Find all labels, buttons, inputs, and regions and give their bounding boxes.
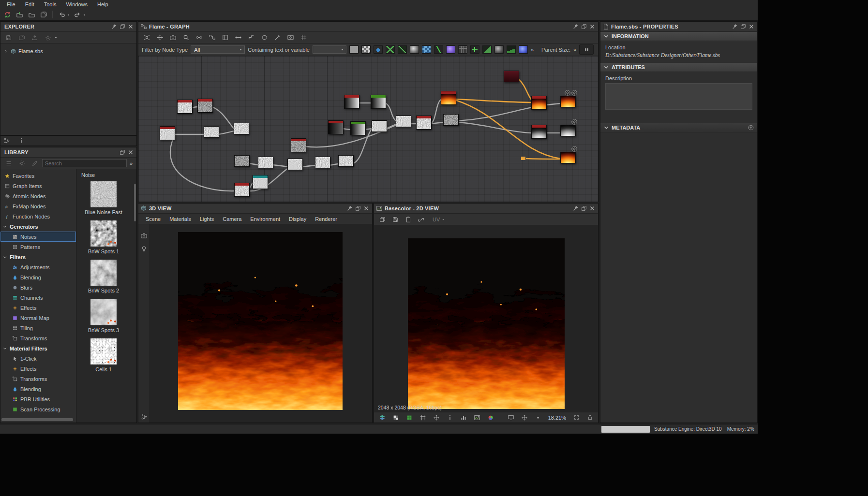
close-icon[interactable] bbox=[588, 205, 596, 212]
view2d-viewport[interactable]: 2048 x 2048 (RGBA, 16bpc) bbox=[374, 225, 598, 412]
graph-node[interactable] bbox=[344, 95, 359, 109]
snap-grid-button[interactable] bbox=[298, 32, 309, 43]
image-button[interactable] bbox=[471, 412, 483, 423]
library-search-input[interactable] bbox=[42, 159, 127, 167]
float-icon[interactable] bbox=[354, 205, 362, 212]
save-all-button[interactable] bbox=[38, 10, 49, 20]
filter-view-button[interactable] bbox=[3, 158, 15, 168]
view3d-menu-environment[interactable]: Environment bbox=[246, 215, 284, 223]
save-copy-button[interactable] bbox=[16, 32, 28, 43]
graph-canvas[interactable] bbox=[138, 56, 598, 202]
containing-text-select[interactable] bbox=[313, 45, 346, 54]
library-category-graph-items[interactable]: Graph Items bbox=[0, 181, 76, 191]
view3d-menu-display[interactable]: Display bbox=[284, 215, 311, 223]
view3d-menu-materials[interactable]: Materials bbox=[165, 215, 195, 223]
close-icon[interactable] bbox=[362, 205, 370, 212]
library-category-transforms[interactable]: Transforms bbox=[0, 333, 76, 343]
lock-button[interactable] bbox=[584, 412, 596, 423]
node-shortcut-sphere-gradient[interactable] bbox=[494, 45, 504, 54]
close-icon[interactable] bbox=[126, 23, 135, 30]
uv-tools-button[interactable] bbox=[431, 412, 442, 423]
scene-tree-icon[interactable] bbox=[141, 413, 148, 420]
graph-node[interactable] bbox=[258, 157, 273, 168]
search-overflow-label[interactable]: » bbox=[128, 160, 134, 166]
library-category-blending[interactable]: Blending bbox=[0, 272, 76, 282]
graph-node[interactable] bbox=[531, 96, 547, 110]
pin-icon[interactable] bbox=[571, 205, 580, 212]
menu-windows[interactable]: Windows bbox=[61, 1, 92, 8]
graph-node[interactable] bbox=[443, 114, 459, 126]
node-shortcut-uniform-color[interactable] bbox=[349, 45, 359, 54]
pin-icon[interactable] bbox=[345, 205, 354, 212]
table-view-button[interactable] bbox=[219, 32, 231, 43]
expand-chevron-icon[interactable] bbox=[3, 49, 8, 54]
edit-button[interactable] bbox=[29, 158, 41, 168]
channels-button[interactable] bbox=[376, 412, 388, 423]
node-shortcut-directional-warp[interactable] bbox=[386, 45, 395, 54]
link-button[interactable] bbox=[416, 214, 427, 224]
node-shortcut-shape[interactable] bbox=[482, 45, 492, 54]
toolbar-caret-icon[interactable] bbox=[53, 32, 59, 43]
open-folder-button[interactable] bbox=[26, 10, 37, 20]
save-button[interactable] bbox=[389, 214, 401, 224]
menu-file[interactable]: File bbox=[2, 1, 20, 8]
library-category-pbr-utilities[interactable]: PBR Utilities bbox=[0, 394, 76, 404]
display-options-button[interactable] bbox=[284, 32, 296, 43]
graph-node[interactable] bbox=[416, 116, 432, 130]
outliner-icon[interactable] bbox=[3, 137, 10, 144]
display-button[interactable] bbox=[505, 412, 517, 423]
close-icon[interactable] bbox=[588, 23, 596, 30]
graph-node[interactable] bbox=[177, 100, 193, 114]
menu-tools[interactable]: Tools bbox=[39, 1, 61, 8]
node-shortcut-normal[interactable] bbox=[446, 45, 455, 54]
elbow-links-button[interactable] bbox=[245, 32, 257, 43]
library-category-filters[interactable]: Filters bbox=[0, 252, 76, 262]
library-item-thumbnail[interactable] bbox=[90, 259, 117, 286]
graph-node[interactable] bbox=[441, 91, 456, 105]
magic-wand-button[interactable] bbox=[271, 32, 283, 43]
float-icon[interactable] bbox=[580, 23, 588, 30]
library-category-noises[interactable]: Noises bbox=[0, 232, 76, 242]
uv-mode-dropdown[interactable]: UV bbox=[433, 217, 445, 222]
float-icon[interactable] bbox=[118, 149, 126, 156]
library-category-1-click[interactable]: 1-Click bbox=[0, 353, 76, 364]
library-category-function-nodes[interactable]: fFunction Nodes bbox=[0, 211, 76, 221]
parent-size-overflow-label[interactable]: » bbox=[573, 47, 576, 53]
add-metadata-icon[interactable] bbox=[747, 124, 755, 131]
graph-node[interactable] bbox=[338, 155, 354, 167]
menu-help[interactable]: Help bbox=[92, 1, 113, 8]
close-icon[interactable] bbox=[747, 23, 755, 30]
histogram-button[interactable] bbox=[458, 412, 469, 423]
node-finder-button[interactable] bbox=[206, 32, 218, 43]
library-category-scan-processing[interactable]: Scan Processing bbox=[0, 404, 76, 414]
open-substance-button[interactable] bbox=[14, 10, 25, 20]
description-input[interactable] bbox=[605, 83, 752, 110]
view3d-menu-camera[interactable]: Camera bbox=[218, 215, 246, 223]
undo-history-caret-icon[interactable] bbox=[66, 10, 71, 20]
library-item[interactable]: Cells 1 bbox=[78, 338, 129, 373]
library-category-patterns[interactable]: Patterns bbox=[0, 242, 76, 252]
library-category-effects[interactable]: Effects bbox=[0, 364, 76, 374]
graph-node[interactable] bbox=[160, 126, 175, 140]
settings-button[interactable] bbox=[42, 32, 54, 43]
node-shortcut-splatter[interactable] bbox=[470, 45, 479, 54]
graph-node[interactable] bbox=[396, 116, 411, 127]
close-icon[interactable] bbox=[126, 149, 135, 156]
background-button[interactable] bbox=[404, 412, 415, 423]
graph-node[interactable] bbox=[328, 120, 344, 134]
graph-node[interactable] bbox=[560, 152, 576, 163]
graph-node[interactable] bbox=[531, 125, 547, 139]
node-shortcut-blur[interactable] bbox=[374, 45, 383, 54]
graph-node[interactable] bbox=[287, 159, 303, 170]
category-scrollbar[interactable] bbox=[1, 418, 73, 421]
camera-icon[interactable] bbox=[140, 232, 148, 239]
library-item-thumbnail[interactable] bbox=[90, 220, 117, 247]
color-profile-button[interactable] bbox=[485, 412, 496, 423]
library-item[interactable]: Blue Noise Fast bbox=[78, 181, 129, 216]
screenshot-button[interactable] bbox=[167, 32, 179, 43]
library-item[interactable]: BnW Spots 2 bbox=[78, 259, 129, 294]
view3d-viewport[interactable] bbox=[138, 224, 372, 423]
graph-node[interactable] bbox=[504, 71, 519, 82]
pin-icon[interactable] bbox=[731, 23, 739, 30]
node-shortcut-hsl[interactable] bbox=[422, 45, 431, 54]
